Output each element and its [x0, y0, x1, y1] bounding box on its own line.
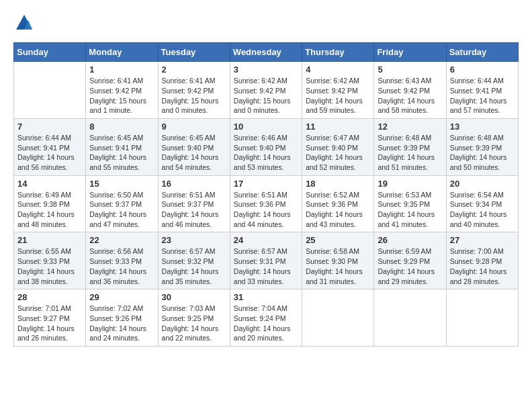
day-number: 20 [450, 179, 515, 189]
col-header-thursday: Thursday [302, 43, 374, 62]
calendar-cell: 15Sunrise: 6:50 AM Sunset: 9:37 PM Dayli… [86, 175, 158, 232]
col-header-friday: Friday [374, 43, 446, 62]
day-info: Sunrise: 6:57 AM Sunset: 9:32 PM Dayligh… [162, 246, 226, 286]
day-info: Sunrise: 6:50 AM Sunset: 9:37 PM Dayligh… [89, 190, 154, 230]
col-header-monday: Monday [86, 43, 158, 62]
calendar-cell: 4Sunrise: 6:42 AM Sunset: 9:42 PM Daylig… [302, 62, 374, 119]
day-number: 21 [17, 235, 82, 245]
calendar-cell: 7Sunrise: 6:44 AM Sunset: 9:41 PM Daylig… [14, 118, 86, 175]
day-info: Sunrise: 6:57 AM Sunset: 9:31 PM Dayligh… [234, 246, 298, 286]
calendar-week-2: 14Sunrise: 6:49 AM Sunset: 9:38 PM Dayli… [14, 175, 519, 232]
col-header-tuesday: Tuesday [158, 43, 230, 62]
day-number: 9 [162, 122, 226, 132]
day-info: Sunrise: 6:43 AM Sunset: 9:42 PM Dayligh… [378, 76, 442, 116]
day-number: 22 [89, 235, 154, 245]
day-number: 24 [234, 235, 298, 245]
calendar-cell: 30Sunrise: 7:03 AM Sunset: 9:25 PM Dayli… [158, 289, 230, 347]
calendar-cell [374, 289, 446, 347]
calendar-cell: 1Sunrise: 6:41 AM Sunset: 9:42 PM Daylig… [86, 62, 158, 119]
day-number: 6 [450, 64, 515, 75]
page-header [13, 13, 519, 36]
day-info: Sunrise: 6:42 AM Sunset: 9:42 PM Dayligh… [306, 76, 370, 116]
calendar-week-1: 7Sunrise: 6:44 AM Sunset: 9:41 PM Daylig… [14, 118, 519, 175]
day-number: 1 [89, 64, 154, 75]
day-number: 28 [17, 292, 82, 302]
day-number: 31 [234, 292, 298, 302]
calendar-cell: 3Sunrise: 6:42 AM Sunset: 9:42 PM Daylig… [230, 62, 302, 119]
calendar-cell: 6Sunrise: 6:44 AM Sunset: 9:41 PM Daylig… [446, 62, 518, 119]
day-info: Sunrise: 6:45 AM Sunset: 9:40 PM Dayligh… [162, 133, 226, 173]
calendar-cell: 28Sunrise: 7:01 AM Sunset: 9:27 PM Dayli… [14, 289, 86, 347]
day-number: 25 [306, 235, 370, 245]
day-info: Sunrise: 6:48 AM Sunset: 9:39 PM Dayligh… [378, 133, 442, 173]
day-info: Sunrise: 6:41 AM Sunset: 9:42 PM Dayligh… [89, 76, 154, 116]
day-info: Sunrise: 6:44 AM Sunset: 9:41 PM Dayligh… [450, 76, 515, 116]
calendar-cell: 26Sunrise: 6:59 AM Sunset: 9:29 PM Dayli… [374, 232, 446, 289]
calendar-cell: 25Sunrise: 6:58 AM Sunset: 9:30 PM Dayli… [302, 232, 374, 289]
day-info: Sunrise: 6:53 AM Sunset: 9:35 PM Dayligh… [378, 190, 442, 230]
calendar-cell: 14Sunrise: 6:49 AM Sunset: 9:38 PM Dayli… [14, 175, 86, 232]
day-info: Sunrise: 6:47 AM Sunset: 9:40 PM Dayligh… [306, 133, 370, 173]
calendar-cell: 13Sunrise: 6:48 AM Sunset: 9:39 PM Dayli… [446, 118, 518, 175]
calendar-cell: 10Sunrise: 6:46 AM Sunset: 9:40 PM Dayli… [230, 118, 302, 175]
day-info: Sunrise: 6:42 AM Sunset: 9:42 PM Dayligh… [234, 76, 298, 116]
day-number: 16 [162, 179, 226, 189]
day-number: 18 [306, 179, 370, 189]
calendar-cell: 8Sunrise: 6:45 AM Sunset: 9:41 PM Daylig… [86, 118, 158, 175]
day-info: Sunrise: 6:48 AM Sunset: 9:39 PM Dayligh… [450, 133, 515, 173]
day-info: Sunrise: 6:41 AM Sunset: 9:42 PM Dayligh… [162, 76, 226, 116]
calendar-cell: 17Sunrise: 6:51 AM Sunset: 9:36 PM Dayli… [230, 175, 302, 232]
day-info: Sunrise: 6:46 AM Sunset: 9:40 PM Dayligh… [234, 133, 298, 173]
day-number: 15 [89, 179, 154, 189]
day-info: Sunrise: 7:01 AM Sunset: 9:27 PM Dayligh… [17, 304, 82, 343]
calendar-cell: 20Sunrise: 6:54 AM Sunset: 9:34 PM Dayli… [446, 175, 518, 232]
day-info: Sunrise: 6:59 AM Sunset: 9:29 PM Dayligh… [378, 246, 442, 286]
day-number: 13 [450, 122, 515, 132]
day-number: 19 [378, 179, 442, 189]
calendar-cell: 5Sunrise: 6:43 AM Sunset: 9:42 PM Daylig… [374, 62, 446, 119]
day-number: 8 [89, 122, 154, 132]
day-number: 11 [306, 122, 370, 132]
day-info: Sunrise: 7:04 AM Sunset: 9:24 PM Dayligh… [234, 304, 298, 343]
calendar-cell: 27Sunrise: 7:00 AM Sunset: 9:28 PM Dayli… [446, 232, 518, 289]
calendar-week-3: 21Sunrise: 6:55 AM Sunset: 9:33 PM Dayli… [14, 232, 519, 289]
day-info: Sunrise: 6:54 AM Sunset: 9:34 PM Dayligh… [450, 190, 515, 230]
day-info: Sunrise: 6:44 AM Sunset: 9:41 PM Dayligh… [17, 133, 82, 173]
logo-icon [15, 13, 34, 32]
col-header-saturday: Saturday [446, 43, 518, 62]
calendar-cell: 21Sunrise: 6:55 AM Sunset: 9:33 PM Dayli… [14, 232, 86, 289]
calendar-cell [14, 62, 86, 119]
logo [13, 13, 34, 36]
day-info: Sunrise: 6:55 AM Sunset: 9:33 PM Dayligh… [17, 246, 82, 286]
day-info: Sunrise: 7:00 AM Sunset: 9:28 PM Dayligh… [450, 246, 515, 286]
day-number: 4 [306, 64, 370, 75]
day-number: 2 [162, 64, 226, 75]
calendar-cell: 24Sunrise: 6:57 AM Sunset: 9:31 PM Dayli… [230, 232, 302, 289]
day-number: 29 [89, 292, 154, 302]
calendar-cell [446, 289, 518, 347]
calendar-cell: 2Sunrise: 6:41 AM Sunset: 9:42 PM Daylig… [158, 62, 230, 119]
day-info: Sunrise: 6:51 AM Sunset: 9:37 PM Dayligh… [162, 190, 226, 230]
day-number: 7 [17, 122, 82, 132]
day-info: Sunrise: 6:49 AM Sunset: 9:38 PM Dayligh… [17, 190, 82, 230]
day-number: 26 [378, 235, 442, 245]
day-info: Sunrise: 7:03 AM Sunset: 9:25 PM Dayligh… [162, 304, 226, 343]
day-info: Sunrise: 6:45 AM Sunset: 9:41 PM Dayligh… [89, 133, 154, 173]
calendar-week-4: 28Sunrise: 7:01 AM Sunset: 9:27 PM Dayli… [14, 289, 519, 347]
col-header-sunday: Sunday [14, 43, 86, 62]
calendar-cell: 9Sunrise: 6:45 AM Sunset: 9:40 PM Daylig… [158, 118, 230, 175]
calendar-week-0: 1Sunrise: 6:41 AM Sunset: 9:42 PM Daylig… [14, 62, 519, 119]
calendar-cell [302, 289, 374, 347]
day-number: 3 [234, 64, 298, 75]
day-info: Sunrise: 6:56 AM Sunset: 9:33 PM Dayligh… [89, 246, 154, 286]
calendar-header-row: SundayMondayTuesdayWednesdayThursdayFrid… [14, 43, 519, 62]
day-number: 30 [162, 292, 226, 302]
calendar-cell: 18Sunrise: 6:52 AM Sunset: 9:36 PM Dayli… [302, 175, 374, 232]
calendar-cell: 23Sunrise: 6:57 AM Sunset: 9:32 PM Dayli… [158, 232, 230, 289]
day-number: 17 [234, 179, 298, 189]
day-info: Sunrise: 6:51 AM Sunset: 9:36 PM Dayligh… [234, 190, 298, 230]
day-info: Sunrise: 7:02 AM Sunset: 9:26 PM Dayligh… [89, 304, 154, 343]
calendar-cell: 12Sunrise: 6:48 AM Sunset: 9:39 PM Dayli… [374, 118, 446, 175]
calendar-cell: 16Sunrise: 6:51 AM Sunset: 9:37 PM Dayli… [158, 175, 230, 232]
calendar-cell: 19Sunrise: 6:53 AM Sunset: 9:35 PM Dayli… [374, 175, 446, 232]
